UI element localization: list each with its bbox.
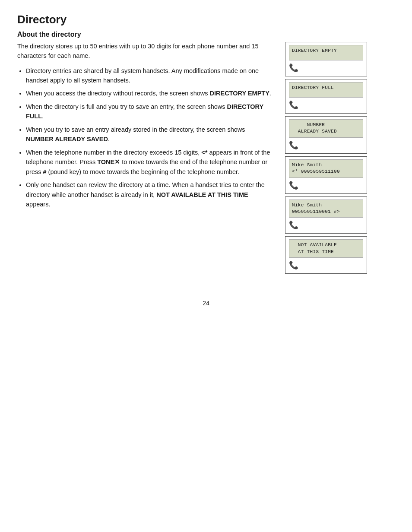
screen-display-1: DIRECTORY EMPTY (289, 45, 363, 60)
section-heading: About the directory (17, 31, 395, 38)
screen-box-3: NUMBER ALREADY SAVED 📞 (285, 116, 367, 154)
handset-icon-3: 📞 (289, 141, 298, 149)
intro-text: The directory stores up to 50 entries wi… (17, 42, 272, 61)
page-title: Directory (17, 13, 395, 26)
screen-box-5: Mike Smith 0059595110001 #> 📞 (285, 196, 367, 234)
handset-icon-2: 📞 (289, 101, 298, 109)
list-item: When the directory is full and you try t… (26, 102, 272, 121)
bullet-list: Directory entries are shared by all syst… (17, 66, 272, 209)
screen-box-6: NOT AVAILABLE AT THIS TIME 📞 (285, 236, 367, 274)
screen-display-4: Mike Smith <* 0005959511100 (289, 159, 363, 178)
list-item: When you access the directory without re… (26, 89, 272, 98)
screen-display-2: DIRECTORY FULL (289, 82, 363, 98)
handset-icon-5: 📞 (289, 221, 298, 229)
handset-icon-4: 📞 (289, 181, 298, 190)
page-number: 24 (17, 300, 395, 307)
handset-icon-6: 📞 (289, 261, 298, 269)
list-item: Only one handset can review the director… (26, 180, 272, 209)
left-column: The directory stores up to 50 entries wi… (17, 42, 272, 213)
screen-box-2: DIRECTORY FULL 📞 (285, 79, 367, 114)
list-item: When you try to save an entry already st… (26, 125, 272, 144)
list-item: When the telephone number in the directo… (26, 148, 272, 177)
screen-display-3: NUMBER ALREADY SAVED (289, 119, 363, 138)
main-layout: The directory stores up to 50 entries wi… (17, 42, 395, 274)
screen-box-4: Mike Smith <* 0005959511100 📞 (285, 156, 367, 194)
right-column: DIRECTORY EMPTY 📞 DIRECTORY FULL 📞 NUMBE… (285, 42, 371, 274)
list-item: Directory entries are shared by all syst… (26, 66, 272, 86)
screen-display-6: NOT AVAILABLE AT THIS TIME (289, 239, 363, 258)
screen-box-1: DIRECTORY EMPTY 📞 (285, 42, 367, 76)
handset-icon-1: 📞 (289, 63, 298, 72)
screen-display-5: Mike Smith 0059595110001 #> (289, 200, 363, 218)
